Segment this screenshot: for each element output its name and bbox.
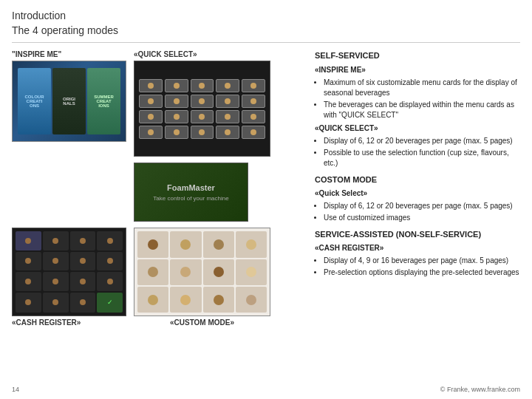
custom-cell xyxy=(137,231,168,257)
inspire-screen: COLOURCREATIONS ORIGINALS SUMMERCREATION… xyxy=(12,61,126,142)
inspire-card-1: COLOURCREATIONS xyxy=(18,68,51,134)
custom-cell xyxy=(236,287,267,313)
quick-bullets: Display of 6, 12 or 20 beverages per pag… xyxy=(315,136,520,168)
inspire-card-3: SUMMERCREATIONS xyxy=(87,68,120,134)
cash-cell xyxy=(70,252,96,271)
costom-title: COSTOM MODE xyxy=(315,174,520,185)
cash-cell xyxy=(70,272,96,291)
service-title: SERVICE-ASSISTED (NON-SELF-SERVICE) xyxy=(315,229,520,240)
custom-cell xyxy=(137,259,168,285)
inspire-card-2: ORIGINALS xyxy=(52,68,86,134)
cash-cell xyxy=(43,252,69,271)
cash-label: «CASH REGISTER» xyxy=(12,318,81,327)
custom-cell xyxy=(137,287,168,313)
quick-cell xyxy=(191,126,214,139)
custom-cell xyxy=(203,231,234,257)
custom-label: «CUSTOM MODE» xyxy=(134,318,270,327)
inspire-label: "INSPIRE ME" xyxy=(12,50,61,58)
quick-cell xyxy=(165,79,188,92)
custom-block: «CUSTOM MODE» xyxy=(134,228,270,329)
foam-subtitle: Take control of your machine xyxy=(153,195,228,202)
copyright: © Franke, www.franke.com xyxy=(440,386,520,393)
quick-cell xyxy=(139,95,163,108)
middle-row: FoamMaster Take control of your machine xyxy=(12,163,300,222)
list-item: Possible to use the selection function (… xyxy=(324,148,520,168)
quick-cell xyxy=(139,126,163,139)
custom-cell xyxy=(236,259,267,285)
cash-cell xyxy=(43,231,69,250)
list-item: Pre-selection options displaying the pre… xyxy=(324,267,520,278)
cash-cell xyxy=(97,272,123,291)
quick-title: «QUICK SELECT» xyxy=(315,123,520,134)
custom-cell xyxy=(170,231,201,257)
quick-cell xyxy=(139,110,163,123)
quick-cell xyxy=(216,95,239,108)
quick-cell xyxy=(165,110,188,123)
cash-cell xyxy=(16,252,41,271)
cash-bullets: Display of 4, 9 or 16 beverages per page… xyxy=(315,256,520,278)
left-panel: "INSPIRE ME" COLOURCREATIONS ORIGINALS S… xyxy=(12,50,300,380)
header: Introduction The 4 operating modes xyxy=(12,9,520,43)
cash-screen: ✓ xyxy=(12,228,126,316)
custom-cell xyxy=(203,287,234,313)
quick-cell xyxy=(242,126,265,139)
quick-cell xyxy=(216,126,239,139)
foam-block: FoamMaster Take control of your machine xyxy=(134,163,248,222)
list-item: The beverages can be displayed within th… xyxy=(324,100,520,120)
custom-cell xyxy=(170,287,201,313)
list-item: Display of 6, 12 or 20 beverages per pag… xyxy=(324,201,520,211)
quick-cell xyxy=(165,95,188,108)
foam-screen: FoamMaster Take control of your machine xyxy=(134,163,248,222)
quick-cell xyxy=(216,79,239,92)
quick-cell xyxy=(191,79,214,92)
quick-cell xyxy=(242,110,265,123)
page-number: 14 xyxy=(12,386,19,393)
quick-screen xyxy=(134,61,270,157)
cash-cell xyxy=(97,231,123,250)
cash-cell: ✓ xyxy=(97,293,123,313)
cash-cell xyxy=(97,252,123,271)
cash-block: ✓ «CASH REGISTER» xyxy=(12,228,126,329)
inspire-bullets: Maximum of six customizable menu cards f… xyxy=(315,78,520,120)
self-serviced-title: SELF-SERVICED xyxy=(315,50,520,61)
footer: 14 © Franke, www.franke.com xyxy=(12,384,520,393)
custom-cell xyxy=(170,259,201,285)
custom-cell xyxy=(203,259,234,285)
bottom-row: ✓ «CASH REGISTER» xyxy=(12,228,300,329)
cash-register-title: «CASH REGISTER» xyxy=(315,243,520,253)
cash-cell xyxy=(70,293,96,313)
cash-cell xyxy=(16,272,41,291)
inspire-title: «INSPIRE ME» xyxy=(315,65,520,75)
cash-cell xyxy=(43,293,69,313)
inspire-block: "INSPIRE ME" COLOURCREATIONS ORIGINALS S… xyxy=(12,50,126,142)
list-item: Display of 4, 9 or 16 beverages per page… xyxy=(324,256,520,266)
list-item: Use of customized images xyxy=(324,213,520,223)
quick-block: «QUICK SELECT» xyxy=(134,50,270,157)
cash-cell xyxy=(16,293,41,313)
quick-cell xyxy=(139,79,163,92)
cash-cell xyxy=(43,272,69,291)
cash-cell xyxy=(16,231,41,250)
right-panel: SELF-SERVICED «INSPIRE ME» Maximum of si… xyxy=(312,50,520,380)
costom-subtitle: «Quick Select» xyxy=(315,188,520,199)
costom-bullets: Display of 6, 12 or 20 beverages per pag… xyxy=(315,201,520,223)
cash-cell xyxy=(70,231,96,250)
quick-cell xyxy=(242,79,265,92)
page: Introduction The 4 operating modes "INSP… xyxy=(0,0,532,399)
top-row: "INSPIRE ME" COLOURCREATIONS ORIGINALS S… xyxy=(12,50,300,157)
list-item: Maximum of six customizable menu cards f… xyxy=(324,78,520,98)
list-item: Display of 6, 12 or 20 beverages per pag… xyxy=(324,136,520,146)
quick-cell xyxy=(165,126,188,139)
custom-cell xyxy=(236,231,267,257)
custom-screen xyxy=(134,228,270,316)
quick-cell xyxy=(191,110,214,123)
foam-title: FoamMaster xyxy=(167,183,215,192)
quick-cell xyxy=(216,110,239,123)
quick-label: «QUICK SELECT» xyxy=(134,50,197,58)
quick-cell xyxy=(191,95,214,108)
main-content: "INSPIRE ME" COLOURCREATIONS ORIGINALS S… xyxy=(12,50,520,380)
page-title: Introduction The 4 operating modes xyxy=(12,9,520,38)
quick-cell xyxy=(242,95,265,108)
